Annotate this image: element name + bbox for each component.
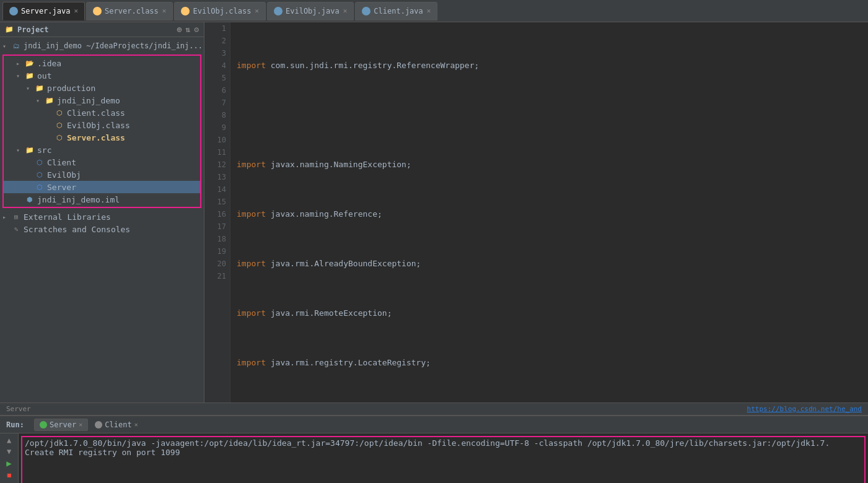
tree-item-project[interactable]: ▾ 🗂 jndi_inj_demo ~/IdeaProjects/jndi_in…	[0, 40, 204, 52]
class-file-icon: ⬡	[55, 108, 64, 118]
tab-close-button[interactable]: ✕	[255, 7, 259, 15]
class-file-icon: ⬡	[55, 133, 64, 142]
folder-icon: 📂	[25, 58, 35, 68]
code-line-4: import javax.naming.Reference;	[237, 208, 862, 220]
tree-item-client-class[interactable]: ⬡ Client.class	[4, 107, 200, 119]
line-number-1: 1	[208, 22, 226, 35]
class-file-icon: ⬡	[55, 120, 64, 130]
run-button[interactable]: ▶	[2, 458, 16, 468]
line-number-12: 12	[208, 159, 226, 171]
line-number-19: 19	[208, 245, 226, 258]
tab-label: Server.class	[105, 7, 159, 15]
expand-arrow: ▾	[16, 147, 25, 154]
folder-icon: 📁	[45, 95, 55, 105]
tree-item-jndi-pkg[interactable]: ▾ 📁 jndi_inj_demo	[4, 94, 200, 107]
run-indicator-icon	[40, 421, 47, 429]
class-file-icon	[93, 7, 102, 15]
code-text[interactable]: import com.sun.jndi.rmi.registry.Referen…	[230, 22, 868, 402]
add-files-button[interactable]: ⊕	[177, 25, 182, 34]
tree-item-production[interactable]: ▾ 📁 production	[4, 82, 200, 94]
bottom-tab-client[interactable]: Client ✕	[89, 419, 143, 431]
line-number-20: 20	[208, 258, 226, 270]
line-number-21: 21	[208, 270, 226, 282]
run-indicator-icon	[95, 421, 102, 429]
line-number-10: 10	[208, 134, 226, 146]
tab-client-java[interactable]: Client.java ✕	[355, 2, 437, 20]
expand-arrow: ▾	[36, 97, 45, 104]
tree-item-idea[interactable]: ▸ 📂 .idea	[4, 57, 200, 69]
tree-item-scratches[interactable]: ✎ Scratches and Consoles	[0, 223, 204, 235]
tree-item-evilobj-class[interactable]: ⬡ EvilObj.class	[4, 119, 200, 131]
tab-label: EvilObj.class	[193, 7, 251, 15]
expand-arrow: ▸	[2, 214, 11, 220]
sync-button[interactable]: ⇅	[185, 25, 190, 34]
folder-icon: 📁	[25, 71, 35, 80]
tree-item-server-src[interactable]: ⬡ Server	[4, 181, 200, 193]
tab-close-button[interactable]: ✕	[162, 7, 167, 15]
line-number-15: 15	[208, 196, 226, 208]
bottom-tab-bar: Run: Server ✕ Client ✕	[0, 416, 868, 433]
line-number-4: 4	[208, 59, 226, 72]
tab-label: Server.java	[21, 7, 70, 15]
folder-icon: 📁	[35, 83, 45, 93]
tree-item-external-libs[interactable]: ▸ ⊞ External Libraries	[0, 211, 204, 223]
tab-label: Client.java	[374, 7, 423, 15]
bottom-tab-client-label: Client	[105, 420, 131, 429]
code-line-2	[237, 109, 862, 121]
sidebar-toolbar: ⊕ ⇅ ⚙	[177, 25, 199, 34]
bottom-content-layout: ▲ ▼ ▶ ◼ 📷 ⬆ /opt/jdk1.7.0_80/bin/java -j…	[0, 433, 868, 483]
main-layout: 📁 Project ⊕ ⇅ ⚙ ▾ 🗂 jndi_inj_demo ~/Idea…	[0, 22, 868, 402]
tab-close-button[interactable]: ✕	[427, 7, 431, 15]
tree-item-label: Server.class	[67, 133, 125, 142]
tab-close-button[interactable]: ✕	[74, 7, 78, 15]
bottom-tab-server[interactable]: Server ✕	[34, 419, 88, 431]
java-file-icon	[9, 7, 18, 15]
tab-evilobj-java[interactable]: EvilObj.java ✕	[267, 2, 354, 20]
tree-item-out[interactable]: ▾ 📁 out	[4, 69, 200, 82]
project-tree: ▾ 🗂 jndi_inj_demo ~/IdeaProjects/jndi_in…	[0, 37, 204, 238]
line-number-14: 14	[208, 183, 226, 196]
project-icon: 📁	[5, 25, 14, 33]
scroll-up-button[interactable]: ▲	[2, 436, 16, 445]
tab-close-button[interactable]: ✕	[343, 7, 348, 15]
tree-item-src[interactable]: ▾ 📁 src	[4, 144, 200, 156]
tree-item-evilobj-src[interactable]: ⬡ EvilObj	[4, 168, 200, 181]
tree-item-client-src[interactable]: ⬡ Client	[4, 156, 200, 168]
bottom-panel: Run: Server ✕ Client ✕ ▲ ▼ ▶ ◼ 📷 ⬆ /opt/…	[0, 415, 868, 483]
line-number-2: 2	[208, 35, 226, 47]
scroll-down-button[interactable]: ▼	[2, 447, 16, 456]
tree-item-label: jndi_inj_demo ~/IdeaProjects/jndi_inj...	[24, 41, 203, 50]
class-src-icon: ⬡	[35, 182, 45, 192]
code-scroll-area[interactable]: 1 2 3 4 5 6 7 8 9 10 11 12 13 14 15 16 1…	[204, 22, 868, 402]
line-number-8: 8	[208, 109, 226, 121]
tree-item-label: Client	[47, 158, 76, 167]
project-folder-icon: 🗂	[11, 41, 21, 51]
tree-item-label: jndi_inj_demo	[57, 96, 120, 105]
code-line-7: import java.rmi.registry.LocateRegistry;	[237, 357, 862, 369]
run-label: Run:	[2, 420, 28, 429]
java-file-icon	[274, 7, 283, 15]
bottom-tab-close-server[interactable]: ✕	[79, 421, 82, 428]
sidebar-header: 📁 Project ⊕ ⇅ ⚙	[0, 22, 204, 37]
line-number-18: 18	[208, 233, 226, 245]
run-output-line-2: Create RMI registry on port 1099	[25, 448, 862, 457]
code-editor[interactable]: 1 2 3 4 5 6 7 8 9 10 11 12 13 14 15 16 1…	[204, 22, 868, 402]
tree-item-label: Server	[47, 183, 76, 192]
line-number-3: 3	[208, 47, 226, 59]
tree-item-iml[interactable]: ⬢ jndi_inj_demo.iml	[4, 193, 200, 206]
line-number-9: 9	[208, 121, 226, 134]
bottom-tab-close-client[interactable]: ✕	[134, 421, 138, 428]
stop-button[interactable]: ◼	[2, 471, 16, 479]
line-number-5: 5	[208, 72, 226, 84]
tab-server-class[interactable]: Server.class ✕	[86, 2, 173, 20]
bottom-tab-server-label: Server	[50, 420, 76, 429]
tree-item-server-class[interactable]: ⬡ Server.class	[4, 131, 200, 144]
settings-button[interactable]: ⚙	[194, 25, 199, 34]
tab-server-java[interactable]: Server.java ✕	[2, 2, 85, 20]
status-link[interactable]: https://blog.csdn.net/he_and	[747, 405, 862, 413]
line-number-16: 16	[208, 208, 226, 220]
tab-evilobj-class[interactable]: EvilObj.class ✕	[174, 2, 266, 20]
line-number-13: 13	[208, 171, 226, 183]
tree-item-label: Client.class	[67, 108, 125, 118]
line-number-6: 6	[208, 84, 226, 97]
